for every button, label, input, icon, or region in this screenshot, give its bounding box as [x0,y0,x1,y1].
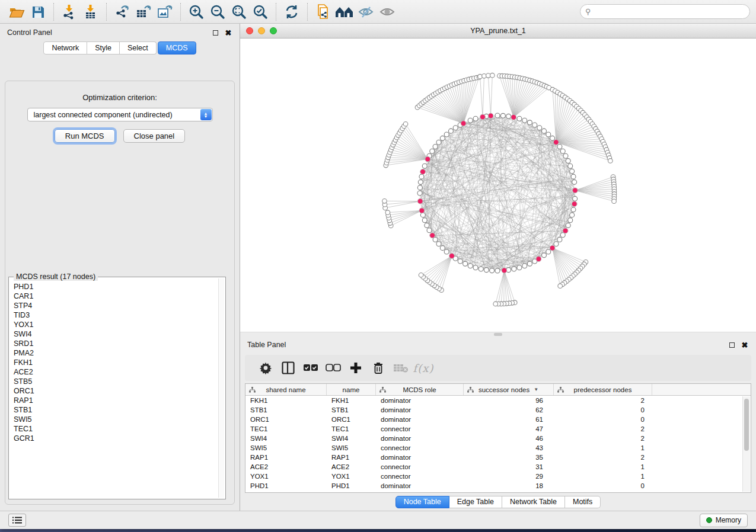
float-table-panel-icon[interactable] [728,341,736,349]
mcds-result-item[interactable]: YOX1 [14,320,218,329]
tab-style[interactable]: Style [87,41,120,55]
column-header-successor-nodes[interactable]: successor nodes▼ [464,384,554,395]
table-row[interactable]: SWI4SWI4dominator462 [245,434,751,443]
mcds-result-scrollbar[interactable] [218,278,224,498]
tab-network[interactable]: Network [43,41,87,55]
mcds-result-item[interactable]: SWI5 [14,415,218,424]
eye-slash-icon [358,5,374,19]
column-header-MCDS-role[interactable]: MCDS role [376,384,464,395]
zoom-selected-button[interactable] [250,2,271,21]
mcds-result-item[interactable]: FKH1 [14,358,218,367]
table-row[interactable]: TEC1TEC1connector472 [245,424,751,434]
run-mcds-button[interactable]: Run MCDS [55,129,115,143]
delete-column-button[interactable] [367,358,390,378]
memory-button[interactable]: Memory [700,514,748,527]
node-table-header: shared namenameMCDS rolesuccessor nodes▼… [245,384,751,396]
mcds-result-item[interactable]: ORC1 [14,386,218,396]
mcds-result-item[interactable]: TID3 [14,310,218,320]
mcds-result-item[interactable]: CAR1 [14,291,218,301]
mcds-result-item[interactable]: SWI4 [14,329,218,339]
first-neighbors-button[interactable] [334,2,355,21]
table-settings-button[interactable] [254,358,277,378]
column-layout-button[interactable] [277,358,299,378]
delete-table-button[interactable] [390,358,412,378]
mcds-result-item[interactable]: TEC1 [14,424,218,434]
column-header-name[interactable]: name [327,384,376,395]
mcds-result-item[interactable]: PMA2 [14,348,218,358]
mcds-result-group: MCDS result (17 nodes) PHD1CAR1STP4TID3Y… [8,277,226,499]
mcds-result-item[interactable]: ACE2 [14,367,218,377]
table-row[interactable]: YOX1YOX1connector291 [245,472,751,481]
splitter-handle[interactable] [494,333,502,336]
import-table-button[interactable] [80,2,101,21]
table-cell: SWI4 [327,435,376,442]
close-table-panel-icon[interactable]: ✖ [741,341,749,349]
mcds-result-item[interactable]: SRD1 [14,339,218,348]
close-window-icon[interactable] [246,27,253,34]
export-table-button[interactable] [133,2,154,21]
close-panel-icon[interactable]: ✖ [224,28,232,37]
maximize-window-icon[interactable] [270,27,277,34]
float-panel-icon[interactable] [211,28,219,37]
table-scrollbar[interactable] [742,396,750,492]
table-row[interactable]: RAP1RAP1dominator352 [245,453,751,462]
optimization-criterion-select[interactable]: largest connected component (undirected)… [27,108,213,121]
table-cell: 35 [464,454,554,461]
tab-network-table[interactable]: Network Table [502,496,565,508]
table-cell: SWI5 [245,444,327,451]
table-row[interactable]: ORC1ORC1dominator610 [245,415,751,424]
import-network-button[interactable] [59,2,80,21]
table-row[interactable]: ACE2ACE2connector311 [245,462,751,472]
refresh-view-button[interactable] [281,2,302,21]
task-history-button[interactable] [8,514,26,527]
hide-selected-button[interactable] [355,2,377,21]
tab-select[interactable]: Select [120,41,157,55]
table-row[interactable]: SWI5SWI5connector431 [245,443,751,453]
network-canvas[interactable] [240,39,756,332]
export-image-button[interactable] [154,2,176,21]
network-window-titlebar[interactable]: YPA_prune.txt_1 [240,24,756,39]
tab-mcds[interactable]: MCDS [158,41,196,55]
horizontal-splitter[interactable] [240,332,756,336]
column-header-filler [652,384,751,395]
table-row[interactable]: FKH1FKH1dominator962 [245,396,751,405]
column-header-predecessor-nodes[interactable]: predecessor nodes [554,384,652,395]
tab-motifs[interactable]: Motifs [565,496,601,508]
tab-node-table[interactable]: Node Table [395,496,449,508]
mcds-result-item[interactable]: PHD1 [14,282,218,291]
search-input[interactable] [594,7,745,17]
clone-network-button[interactable] [312,2,334,21]
column-header-shared-name[interactable]: shared name [245,384,327,395]
column-label: shared name [266,386,305,393]
table-row[interactable]: PHD1PHD1dominator180 [245,481,751,491]
mcds-result-item[interactable]: GCR1 [14,434,218,443]
show-all-button[interactable] [377,2,398,21]
table-scrollbar-thumb[interactable] [744,399,749,451]
table-cell: 1 [554,473,652,480]
zoom-fit-button[interactable] [228,2,250,21]
minimize-window-icon[interactable] [258,27,265,34]
open-file-button[interactable] [6,2,27,21]
zoom-selected-icon [253,4,268,20]
mcds-result-item[interactable]: RAP1 [14,396,218,405]
tab-edge-table[interactable]: Edge Table [449,496,502,508]
mcds-result-item[interactable]: STB1 [14,405,218,415]
zoom-in-button[interactable] [186,2,207,21]
export-network-icon [114,4,130,20]
export-network-button[interactable] [111,2,133,21]
gear-icon [259,361,272,374]
mcds-result-item[interactable]: STB5 [14,377,218,386]
sort-chevron-icon[interactable]: ▼ [534,387,538,392]
close-panel-button[interactable]: Close panel [123,129,186,143]
search-field[interactable]: ⚲ [580,4,750,19]
table-row[interactable]: STB1STB1dominator620 [245,405,751,415]
save-session-button[interactable] [27,2,49,21]
add-column-button[interactable] [344,358,367,378]
apply-function-button[interactable]: f(x) [412,358,435,378]
deselect-all-rows-button[interactable] [322,358,344,378]
select-all-rows-button[interactable] [299,358,322,378]
zoom-out-icon [210,4,225,20]
column-label: predecessor nodes [574,386,632,393]
zoom-out-button[interactable] [207,2,228,21]
mcds-result-item[interactable]: STP4 [14,301,218,310]
